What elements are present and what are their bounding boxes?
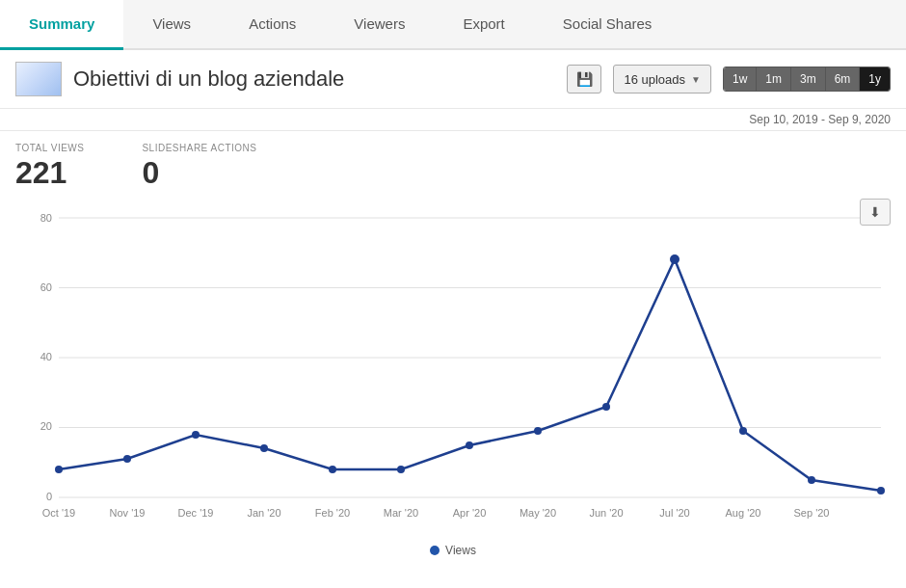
svg-text:Jul '20: Jul '20 bbox=[659, 507, 689, 519]
data-point bbox=[55, 466, 63, 473]
svg-text:40: 40 bbox=[40, 351, 52, 362]
time-btn-1y[interactable]: 1y bbox=[860, 67, 890, 91]
uploads-label: 16 uploads bbox=[624, 72, 685, 87]
tab-social-shares[interactable]: Social Shares bbox=[534, 0, 681, 50]
header-row: Obiettivi di un blog aziendale 💾 16 uplo… bbox=[0, 50, 906, 109]
data-point bbox=[260, 444, 268, 452]
data-point bbox=[123, 455, 131, 463]
data-point bbox=[670, 254, 680, 264]
download-icon: ⬇ bbox=[869, 204, 881, 220]
data-point bbox=[602, 403, 610, 411]
tab-views[interactable]: Views bbox=[123, 0, 220, 50]
svg-text:Jun '20: Jun '20 bbox=[589, 507, 623, 519]
svg-text:60: 60 bbox=[40, 281, 52, 293]
svg-text:Sep '20: Sep '20 bbox=[794, 507, 830, 519]
svg-text:80: 80 bbox=[40, 212, 52, 224]
upload-icon: 💾 bbox=[576, 71, 593, 87]
data-point bbox=[397, 466, 405, 473]
legend-dot-views bbox=[430, 546, 440, 555]
chart-legend: Views bbox=[15, 544, 891, 557]
chart-svg: 80 60 40 20 0 Oct '19 Nov '19 bbox=[15, 208, 891, 536]
data-point bbox=[739, 427, 747, 435]
data-point bbox=[877, 487, 885, 494]
chart-area: ⬇ 80 60 40 20 0 bbox=[15, 199, 891, 557]
svg-text:Apr '20: Apr '20 bbox=[453, 507, 487, 519]
tab-export[interactable]: Export bbox=[434, 0, 533, 50]
svg-text:Aug '20: Aug '20 bbox=[726, 507, 761, 519]
nav-tabs: Summary Views Actions Viewers Export Soc… bbox=[0, 0, 906, 50]
total-views-stat: TOTAL VIEWS 221 bbox=[15, 143, 84, 191]
svg-text:Nov '19: Nov '19 bbox=[110, 507, 146, 519]
chevron-down-icon: ▼ bbox=[691, 74, 701, 85]
data-point bbox=[329, 466, 336, 473]
total-views-value: 221 bbox=[15, 155, 84, 191]
svg-text:Dec '19: Dec '19 bbox=[178, 507, 214, 519]
svg-text:Oct '19: Oct '19 bbox=[42, 507, 76, 519]
time-btn-3m[interactable]: 3m bbox=[791, 67, 826, 91]
data-point bbox=[808, 476, 815, 484]
data-point bbox=[192, 431, 200, 439]
time-range-buttons: 1w 1m 3m 6m 1y bbox=[723, 67, 891, 92]
legend-label-views: Views bbox=[445, 544, 476, 557]
tab-summary[interactable]: Summary bbox=[0, 0, 123, 50]
svg-text:Mar '20: Mar '20 bbox=[384, 507, 418, 519]
svg-text:May '20: May '20 bbox=[520, 507, 556, 519]
time-btn-1w[interactable]: 1w bbox=[724, 67, 757, 91]
tab-viewers[interactable]: Viewers bbox=[325, 0, 434, 50]
chart-container: 80 60 40 20 0 Oct '19 Nov '19 bbox=[15, 208, 891, 540]
upload-button[interactable]: 💾 bbox=[567, 65, 601, 94]
time-btn-6m[interactable]: 6m bbox=[826, 67, 861, 91]
svg-text:Jan '20: Jan '20 bbox=[247, 507, 280, 519]
actions-label: SLIDESHARE ACTIONS bbox=[142, 143, 256, 153]
svg-text:Feb '20: Feb '20 bbox=[315, 507, 350, 519]
actions-value: 0 bbox=[142, 155, 256, 191]
download-button[interactable]: ⬇ bbox=[860, 199, 891, 226]
page-title: Obiettivi di un blog aziendale bbox=[73, 67, 555, 92]
stats-row: TOTAL VIEWS 221 SLIDESHARE ACTIONS 0 bbox=[0, 131, 906, 199]
date-range: Sep 10, 2019 - Sep 9, 2020 bbox=[0, 109, 906, 131]
uploads-dropdown[interactable]: 16 uploads ▼ bbox=[613, 65, 711, 94]
svg-text:0: 0 bbox=[46, 491, 52, 502]
data-point bbox=[534, 427, 542, 435]
data-point bbox=[466, 441, 473, 449]
tab-actions[interactable]: Actions bbox=[220, 0, 325, 50]
total-views-label: TOTAL VIEWS bbox=[15, 143, 84, 153]
actions-stat: SLIDESHARE ACTIONS 0 bbox=[142, 143, 256, 191]
chart-line bbox=[59, 259, 881, 491]
svg-text:20: 20 bbox=[40, 420, 52, 432]
thumbnail bbox=[15, 62, 62, 96]
time-btn-1m[interactable]: 1m bbox=[757, 67, 791, 91]
